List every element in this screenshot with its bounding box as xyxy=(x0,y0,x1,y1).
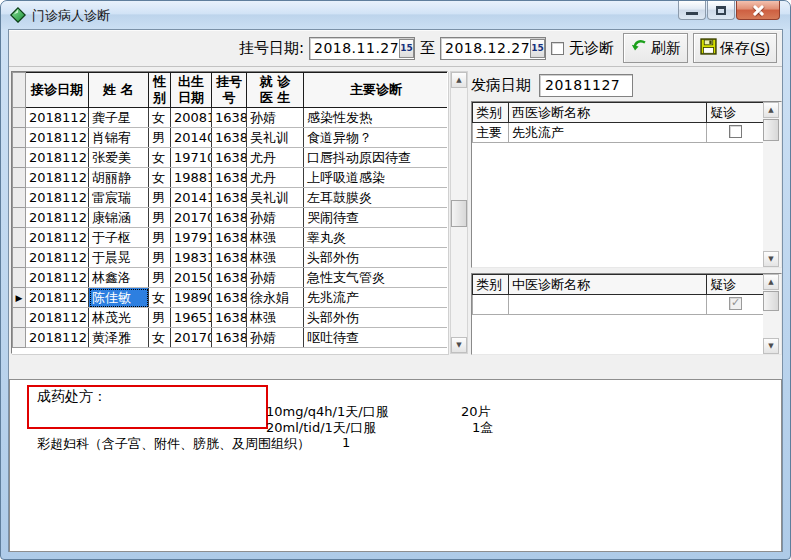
cell-visit-date[interactable]: 20181127 xyxy=(26,168,89,188)
suspected-checkbox[interactable] xyxy=(729,297,742,310)
maximize-button[interactable] xyxy=(707,1,735,20)
tcm-table-scrollbar[interactable]: ▲ ▼ xyxy=(763,274,781,354)
cell-reg-no[interactable]: 16386 xyxy=(212,188,247,208)
cell-doctor[interactable]: 徐永娟 xyxy=(247,288,304,308)
cell-gender[interactable]: 男 xyxy=(149,188,171,208)
table-row[interactable]: 20181127肖锦宥男2014016386吴礼训食道异物？ xyxy=(13,128,449,148)
col-header-suspected[interactable]: 疑诊 xyxy=(707,103,765,123)
table-row[interactable]: 20181127龚子星女2008116386孙婧感染性发热 xyxy=(13,108,449,128)
col-header-category[interactable]: 类别 xyxy=(473,103,509,123)
cell-diagnosis[interactable]: 呕吐待查 xyxy=(304,328,449,348)
table-row[interactable]: 20181127于晨晃男1983116386林强头部外伤 xyxy=(13,248,449,268)
cell-doctor[interactable]: 孙婧 xyxy=(247,268,304,288)
cell-birth-date[interactable]: 20150 xyxy=(171,268,212,288)
cell-diagnosis[interactable]: 头部外伤 xyxy=(304,308,449,328)
scroll-down-icon[interactable]: ▼ xyxy=(763,251,779,267)
cell-doctor[interactable]: 尤丹 xyxy=(247,168,304,188)
cell-visit-date[interactable]: 20181127 xyxy=(26,288,89,308)
cell-gender[interactable]: 男 xyxy=(149,228,171,248)
table-row[interactable] xyxy=(473,295,765,315)
cell-birth-date[interactable]: 20170 xyxy=(171,328,212,348)
suspected-checkbox[interactable] xyxy=(729,125,742,138)
col-header-visit-date[interactable]: 接诊日期 xyxy=(26,73,89,108)
col-header-diagnosis[interactable]: 主要诊断 xyxy=(304,73,449,108)
cell-name[interactable]: 陈佳敏 xyxy=(89,288,149,308)
date-from-input[interactable]: 2018.11.27 15 xyxy=(309,37,415,60)
table-row[interactable]: 主要 先兆流产 xyxy=(473,123,765,143)
cell-visit-date[interactable]: 20181127 xyxy=(26,188,89,208)
cell-name[interactable]: 于子枢 xyxy=(89,228,149,248)
cell-reg-no[interactable]: 16386 xyxy=(212,248,247,268)
cell-gender[interactable]: 男 xyxy=(149,248,171,268)
cell-birth-date[interactable]: 19710 xyxy=(171,148,212,168)
cell-name[interactable]: 张爱美 xyxy=(89,148,149,168)
cell-gender[interactable]: 女 xyxy=(149,288,171,308)
cell-birth-date[interactable]: 19651 xyxy=(171,308,212,328)
cell-suspected[interactable] xyxy=(707,295,765,315)
scroll-up-icon[interactable]: ▲ xyxy=(763,102,779,118)
cell-diagnosis-name[interactable]: 先兆流产 xyxy=(509,123,707,143)
cell-doctor[interactable]: 尤丹 xyxy=(247,148,304,168)
scroll-thumb[interactable] xyxy=(451,200,467,227)
cell-gender[interactable]: 男 xyxy=(149,208,171,228)
cell-gender[interactable]: 女 xyxy=(149,168,171,188)
scroll-thumb[interactable] xyxy=(763,119,779,141)
col-header-doctor[interactable]: 就 诊医 生 xyxy=(247,73,304,108)
cell-visit-date[interactable]: 20181127 xyxy=(26,228,89,248)
col-header-reg-no[interactable]: 挂号号 xyxy=(212,73,247,108)
cell-diagnosis[interactable]: 左耳鼓膜炎 xyxy=(304,188,449,208)
cell-name[interactable]: 胡丽静 xyxy=(89,168,149,188)
refresh-button[interactable]: 刷新 xyxy=(623,33,688,63)
cell-name[interactable]: 于晨晃 xyxy=(89,248,149,268)
table-row[interactable]: 20181127黄泽雅女2017016386孙婧呕吐待查 xyxy=(13,328,449,348)
table-row[interactable]: ▶20181127陈佳敏女1989016386徐永娟先兆流产 xyxy=(13,288,449,308)
cell-category[interactable]: 主要 xyxy=(473,123,509,143)
cell-doctor[interactable]: 林强 xyxy=(247,228,304,248)
table-row[interactable]: 20181127张爱美女1971016386尤丹口唇抖动原因待查 xyxy=(13,148,449,168)
cell-diagnosis-name[interactable] xyxy=(509,295,707,315)
cell-birth-date[interactable]: 20081 xyxy=(171,108,212,128)
cell-birth-date[interactable]: 19831 xyxy=(171,248,212,268)
no-diagnosis-checkbox[interactable] xyxy=(551,42,564,55)
cell-birth-date[interactable]: 19791 xyxy=(171,228,212,248)
table-row[interactable]: 20181127康锦涵男2017016386孙婧哭闹待查 xyxy=(13,208,449,228)
minimize-button[interactable] xyxy=(678,1,706,20)
cell-birth-date[interactable]: 20140 xyxy=(171,128,212,148)
scroll-down-icon[interactable]: ▼ xyxy=(763,338,779,354)
cell-name[interactable]: 龚子星 xyxy=(89,108,149,128)
cell-reg-no[interactable]: 16386 xyxy=(212,208,247,228)
cell-name[interactable]: 肖锦宥 xyxy=(89,128,149,148)
cell-doctor[interactable]: 林强 xyxy=(247,248,304,268)
col-header-category[interactable]: 类别 xyxy=(473,275,509,295)
cell-visit-date[interactable]: 20181127 xyxy=(26,128,89,148)
cell-birth-date[interactable]: 19881 xyxy=(171,168,212,188)
close-button[interactable] xyxy=(736,1,780,20)
cell-gender[interactable]: 男 xyxy=(149,128,171,148)
cell-reg-no[interactable]: 16386 xyxy=(212,308,247,328)
table-row[interactable]: 20181127胡丽静女1988116386尤丹上呼吸道感染 xyxy=(13,168,449,188)
save-button[interactable]: 保存(S) xyxy=(693,33,777,63)
cell-gender[interactable]: 女 xyxy=(149,108,171,128)
cell-diagnosis[interactable]: 哭闹待查 xyxy=(304,208,449,228)
date-to-input[interactable]: 2018.12.27 15 xyxy=(440,37,546,60)
cell-diagnosis[interactable]: 头部外伤 xyxy=(304,248,449,268)
cell-diagnosis[interactable]: 口唇抖动原因待查 xyxy=(304,148,449,168)
cell-visit-date[interactable]: 20181127 xyxy=(26,268,89,288)
table-row[interactable]: 20181127林鑫洛男2015016386孙婧急性支气管炎 xyxy=(13,268,449,288)
scroll-down-icon[interactable]: ▼ xyxy=(451,337,467,353)
col-header-suspected[interactable]: 疑诊 xyxy=(707,275,765,295)
patient-table-scrollbar[interactable]: ▲ ▼ xyxy=(450,71,468,354)
calendar-icon[interactable]: 15 xyxy=(530,39,545,58)
cell-diagnosis[interactable]: 急性支气管炎 xyxy=(304,268,449,288)
cell-gender[interactable]: 女 xyxy=(149,328,171,348)
cell-name[interactable]: 林鑫洛 xyxy=(89,268,149,288)
cell-reg-no[interactable]: 16386 xyxy=(212,268,247,288)
cell-visit-date[interactable]: 20181127 xyxy=(26,248,89,268)
col-header-western-name[interactable]: 西医诊断名称 xyxy=(509,103,707,123)
cell-gender[interactable]: 男 xyxy=(149,268,171,288)
cell-birth-date[interactable]: 20141 xyxy=(171,188,212,208)
cell-visit-date[interactable]: 20181127 xyxy=(26,148,89,168)
cell-diagnosis[interactable]: 感染性发热 xyxy=(304,108,449,128)
cell-diagnosis[interactable]: 先兆流产 xyxy=(304,288,449,308)
cell-name[interactable]: 康锦涵 xyxy=(89,208,149,228)
